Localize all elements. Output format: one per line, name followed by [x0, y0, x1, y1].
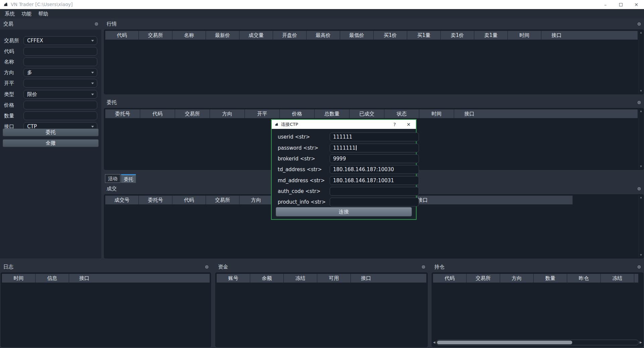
- dialog-help-button[interactable]: ?: [393, 122, 396, 127]
- password-input[interactable]: 1111111: [330, 144, 419, 152]
- chevron-down-icon: [91, 94, 94, 95]
- column-header[interactable]: 委托号: [139, 196, 172, 204]
- offset-select[interactable]: [23, 79, 97, 88]
- volume-input[interactable]: [23, 111, 97, 120]
- column-header[interactable]: 时间: [2, 274, 35, 283]
- float-dock-icon[interactable]: [422, 265, 425, 269]
- vertical-scrollbar[interactable]: ▲ ▼: [639, 30, 643, 94]
- product-info-input[interactable]: [330, 198, 419, 206]
- column-header[interactable]: 代码: [172, 196, 206, 204]
- menu-item-help[interactable]: 帮助: [35, 9, 52, 18]
- direction-select[interactable]: 多: [23, 68, 97, 77]
- column-header[interactable]: 开盘价: [273, 31, 306, 40]
- column-header[interactable]: 接口: [69, 274, 210, 283]
- column-header[interactable]: 可用: [317, 274, 351, 283]
- tab-active-orders[interactable]: 活动: [105, 174, 120, 183]
- scrollbar-thumb[interactable]: [437, 341, 572, 344]
- column-header[interactable]: 买1量: [407, 31, 440, 40]
- vn-trader-window: VN Trader [C:\Users\xiaoy] – ✕ 系统 功能 帮助 …: [0, 0, 644, 348]
- maximize-icon: [619, 3, 623, 6]
- float-dock-icon[interactable]: [95, 22, 98, 26]
- column-header[interactable]: 昨仓: [567, 274, 600, 283]
- price-input[interactable]: [23, 101, 97, 109]
- connect-ctp-dialog: 连接CTP ? ✕ userid <str> 111111 password <…: [271, 119, 417, 220]
- dialog-close-button[interactable]: ✕: [407, 122, 411, 127]
- menu-item-function[interactable]: 功能: [18, 9, 35, 18]
- column-header[interactable]: 方向: [500, 274, 533, 283]
- md-address-input[interactable]: 180.168.146.187:10031: [330, 176, 419, 185]
- column-header[interactable]: 交易所: [175, 109, 210, 118]
- float-dock-icon[interactable]: [637, 22, 641, 26]
- column-header[interactable]: 数量: [534, 274, 567, 283]
- scroll-right-icon: ▶: [640, 341, 642, 344]
- send-order-button[interactable]: 委托: [3, 129, 99, 136]
- account-panel-title: 资金: [215, 261, 428, 272]
- float-dock-icon[interactable]: [205, 265, 209, 269]
- symbol-input[interactable]: [23, 47, 97, 56]
- column-header[interactable]: 时间: [508, 31, 541, 40]
- name-label: 名称: [4, 57, 14, 66]
- column-header[interactable]: 账号: [217, 274, 250, 283]
- chevron-down-icon: [91, 126, 94, 128]
- cancel-all-button[interactable]: 全撤: [3, 139, 99, 147]
- td-address-input[interactable]: 180.168.146.187:10030: [330, 165, 419, 174]
- float-dock-icon[interactable]: [637, 187, 641, 191]
- menu-item-system[interactable]: 系统: [1, 9, 18, 18]
- price-type-select[interactable]: 限价: [23, 90, 97, 99]
- column-header[interactable]: 冻结: [601, 274, 634, 283]
- column-header[interactable]: 最低价: [340, 31, 373, 40]
- auth-code-input[interactable]: [330, 187, 419, 196]
- horizontal-scrollbar[interactable]: ◀ ▶: [433, 339, 642, 345]
- column-header[interactable]: 委托号: [105, 109, 140, 118]
- tab-all-orders[interactable]: 委托: [121, 174, 136, 183]
- column-header[interactable]: 卖1量: [474, 31, 507, 40]
- column-header[interactable]: 买1价: [374, 31, 407, 40]
- column-header[interactable]: 接口: [410, 196, 573, 204]
- menubar: 系统 功能 帮助: [0, 9, 644, 18]
- column-header[interactable]: 交易所: [467, 274, 500, 283]
- column-header[interactable]: 成交量: [239, 31, 273, 40]
- column-header[interactable]: 余额: [250, 274, 283, 283]
- column-header[interactable]: 最新价: [206, 31, 239, 40]
- column-header[interactable]: 开平: [245, 109, 279, 118]
- column-header[interactable]: 接口: [351, 274, 426, 283]
- orders-panel-title: 委托: [103, 97, 644, 108]
- column-header[interactable]: 冻结: [284, 274, 317, 283]
- column-header[interactable]: 成交号: [105, 196, 139, 204]
- maximize-button[interactable]: [613, 0, 629, 9]
- vertical-scrollbar[interactable]: ▲ ▼: [639, 195, 643, 258]
- horse-logo-icon: [3, 2, 8, 7]
- column-header[interactable]: 时间: [419, 109, 454, 118]
- column-header[interactable]: 方向: [239, 196, 273, 204]
- connect-button[interactable]: 连接: [276, 207, 412, 216]
- float-dock-icon[interactable]: [637, 101, 641, 104]
- float-dock-icon[interactable]: [637, 265, 641, 269]
- column-header[interactable]: 代码: [140, 109, 175, 118]
- column-header[interactable]: 信息: [36, 274, 69, 283]
- account-table: 账号余额冻结可用接口: [215, 272, 428, 347]
- column-header[interactable]: 总数量: [315, 109, 349, 118]
- exchange-select[interactable]: CFFEX: [23, 36, 97, 45]
- column-header[interactable]: 已成交: [350, 109, 384, 118]
- column-header[interactable]: 方向: [210, 109, 245, 118]
- column-header[interactable]: 卖1价: [441, 31, 474, 40]
- column-header[interactable]: 最高价: [307, 31, 340, 40]
- window-title: VN Trader [C:\Users\xiaoy]: [11, 0, 73, 9]
- column-header[interactable]: 接口: [454, 109, 638, 118]
- vertical-scrollbar[interactable]: ▲ ▼: [639, 109, 643, 169]
- minimize-button[interactable]: –: [598, 0, 613, 9]
- column-header[interactable]: 名称: [172, 31, 206, 40]
- column-header[interactable]: 交易所: [206, 196, 239, 204]
- name-input[interactable]: [23, 57, 97, 66]
- scrollbar-track[interactable]: [436, 340, 639, 345]
- column-header[interactable]: 交易所: [139, 31, 172, 40]
- userid-input[interactable]: 111111: [330, 133, 419, 141]
- close-button[interactable]: ✕: [629, 0, 644, 9]
- brokerid-input[interactable]: 9999: [330, 154, 419, 163]
- column-header[interactable]: 接口: [541, 31, 638, 40]
- column-header[interactable]: 代码: [433, 274, 466, 283]
- column-header[interactable]: 代码: [105, 31, 139, 40]
- column-header[interactable]: 状态: [384, 109, 419, 118]
- market-table: 代码交易所名称最新价成交量开盘价最高价最低价买1价买1量卖1价卖1量时间接口 ▲…: [104, 30, 644, 94]
- column-header[interactable]: 价格: [280, 109, 314, 118]
